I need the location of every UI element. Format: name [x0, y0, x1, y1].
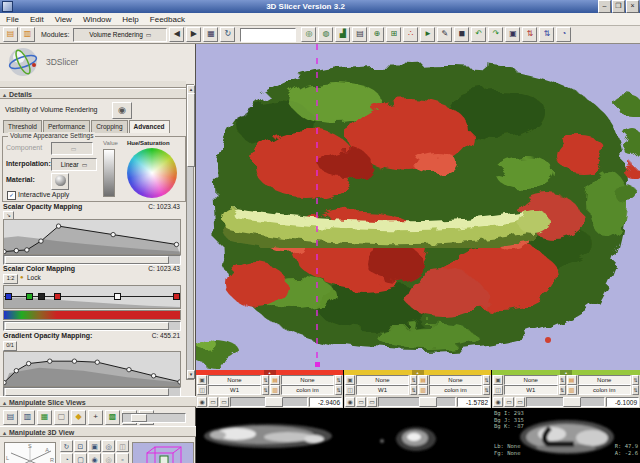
panel-scrollbar[interactable]: ▴ ▾	[186, 84, 194, 380]
color-node-black[interactable]	[38, 293, 45, 300]
slice-opacity-thumb[interactable]	[131, 414, 147, 422]
view3d-viewport[interactable]	[196, 44, 640, 370]
som-graph[interactable]	[3, 219, 181, 255]
value-ramp[interactable]	[103, 149, 115, 197]
layout-button[interactable]: ▦	[203, 27, 218, 42]
label-layer-icon[interactable]: ▤	[418, 375, 428, 385]
red-volume-select[interactable]: colon im	[281, 385, 334, 395]
control-point[interactable]	[72, 359, 76, 363]
yellow-offset-value[interactable]: -1.5782	[457, 397, 490, 407]
component-selector[interactable]: ▭	[51, 142, 93, 155]
title-bar[interactable]: 3D Slicer Version 3.2 – ❐ ×	[0, 0, 640, 13]
undo-icon[interactable]: ↶	[471, 27, 486, 42]
red-label-select[interactable]: None	[281, 375, 334, 385]
spin-view-icon[interactable]: ↻	[60, 440, 73, 452]
slices-label-icon[interactable]: ▦	[37, 410, 52, 425]
scm-ratio-button[interactable]: 1:2	[3, 274, 18, 284]
bg-layer-icon[interactable]: ◫	[197, 385, 207, 395]
navigation-preview[interactable]	[132, 442, 194, 463]
maximize-button[interactable]: ❐	[612, 0, 625, 13]
fg-opacity-spinner[interactable]: ⇅	[410, 375, 417, 385]
navigate-icon[interactable]: ►	[420, 27, 435, 42]
tab-cropping[interactable]: Cropping	[91, 120, 127, 133]
fiducials-icon[interactable]: ∴	[403, 27, 418, 42]
menu-window[interactable]: Window	[83, 15, 111, 24]
record-icon[interactable]: ◉	[88, 453, 101, 463]
visibility-toggle-button[interactable]: ◉	[112, 102, 132, 119]
control-point[interactable]	[3, 249, 6, 253]
panel-scroll-thumb[interactable]	[187, 93, 195, 167]
place-mode-icon[interactable]: ⇅	[539, 27, 554, 42]
control-point[interactable]	[26, 361, 30, 365]
volume-opacity-spinner[interactable]: ⇅	[335, 385, 342, 395]
red-offset-slider[interactable]	[230, 397, 308, 407]
axis-orientation-widget[interactable]: SARLPI	[4, 442, 56, 463]
yellow-slice-image[interactable]	[344, 408, 491, 458]
snapshot-icon[interactable]: ▫	[116, 453, 129, 463]
yellow-offset-slider[interactable]	[378, 397, 456, 407]
menu-view[interactable]: View	[55, 15, 72, 24]
load-scene-icon[interactable]: ▤	[3, 27, 18, 42]
green-offset-value[interactable]: -6.1009	[606, 397, 639, 407]
stereo-icon[interactable]: ◫	[116, 440, 129, 452]
green-slice-bar[interactable]: ▴	[492, 370, 640, 375]
slider-thumb[interactable]	[419, 397, 437, 407]
module-prev-button[interactable]: ◀	[169, 27, 184, 42]
menu-feedback[interactable]: Feedback	[150, 15, 185, 24]
slider-thumb[interactable]	[563, 397, 581, 407]
green-fg-select[interactable]: None	[504, 375, 558, 385]
color-node-white[interactable]	[114, 293, 121, 300]
center-3d-icon[interactable]: ⊡	[74, 440, 87, 452]
label-opacity-spinner[interactable]: ⇅	[632, 375, 639, 385]
slice-link-button[interactable]: ▭	[356, 397, 366, 407]
fg-layer-icon[interactable]: ▣	[197, 375, 207, 385]
color-node-red2[interactable]	[173, 293, 180, 300]
yellow-slice-bar[interactable]: ▴	[344, 370, 491, 375]
bg-opacity-spinner[interactable]: ⇅	[410, 385, 417, 395]
green-offset-slider[interactable]	[526, 397, 605, 407]
bg-layer-icon[interactable]: ◫	[493, 385, 503, 395]
slices-annotation-icon[interactable]: ◆	[71, 410, 86, 425]
save-icon[interactable]: ▣	[505, 27, 520, 42]
hue-saturation-wheel[interactable]	[127, 148, 177, 198]
zoom-in-icon[interactable]: ◎	[102, 440, 115, 452]
control-point[interactable]	[56, 224, 60, 228]
menu-edit[interactable]: Edit	[30, 15, 44, 24]
slice-fit-button[interactable]: ▭	[515, 397, 525, 407]
green-label-select[interactable]: None	[578, 375, 632, 385]
fg-opacity-spinner[interactable]: ⇅	[262, 375, 269, 385]
slice-more-button[interactable]: ◉	[345, 397, 355, 407]
slices-fit-icon[interactable]: ▥	[20, 410, 35, 425]
volume-opacity-spinner[interactable]: ⇅	[632, 385, 639, 395]
color-node-green[interactable]	[26, 293, 33, 300]
scroll-down-icon[interactable]: ▾	[187, 370, 195, 379]
slices-visibility-icon[interactable]: ▤	[3, 410, 18, 425]
volumes-icon[interactable]: ▤	[352, 27, 367, 42]
slice-link-button[interactable]: ▭	[208, 397, 218, 407]
green-slice-image[interactable]: Bg I: 293 Bg J: 315 Bg K: -87 Lb: None F…	[492, 408, 640, 458]
yellow-bg-select[interactable]: W1	[356, 385, 409, 395]
close-button[interactable]: ×	[626, 0, 639, 13]
fg-opacity-spinner[interactable]: ⇅	[559, 375, 566, 385]
scm-scroll-thumb[interactable]	[5, 322, 169, 330]
pick-mode-icon[interactable]: ⇅	[522, 27, 537, 42]
control-point[interactable]	[3, 380, 6, 384]
module-selector[interactable]: Volume Rendering ▭	[73, 28, 167, 42]
gom-scroll-thumb[interactable]	[5, 388, 169, 396]
slice-bar-tab[interactable]: ▴	[264, 370, 276, 375]
interpolation-selector[interactable]: Linear▭	[51, 158, 97, 171]
module-search-icon[interactable]: ◎	[301, 27, 316, 42]
bg-opacity-spinner[interactable]: ⇅	[559, 385, 566, 395]
label-opacity-spinner[interactable]: ⇅	[483, 375, 490, 385]
control-point[interactable]	[95, 360, 99, 364]
color-node-blue[interactable]	[5, 293, 12, 300]
control-point[interactable]	[14, 248, 18, 252]
label-layer-icon[interactable]: ▤	[270, 375, 280, 385]
rotate-mode-icon[interactable]: ◔	[556, 27, 571, 42]
slice-link-button[interactable]: ▭	[504, 397, 514, 407]
slice-views-header[interactable]: ▴Manipulate Slice Views	[0, 396, 196, 407]
slice-more-button[interactable]: ◉	[197, 397, 207, 407]
models-icon[interactable]: ◍	[318, 27, 333, 42]
redo-icon[interactable]: ↷	[488, 27, 503, 42]
gom-toggle-button[interactable]: 0/1	[3, 341, 17, 351]
